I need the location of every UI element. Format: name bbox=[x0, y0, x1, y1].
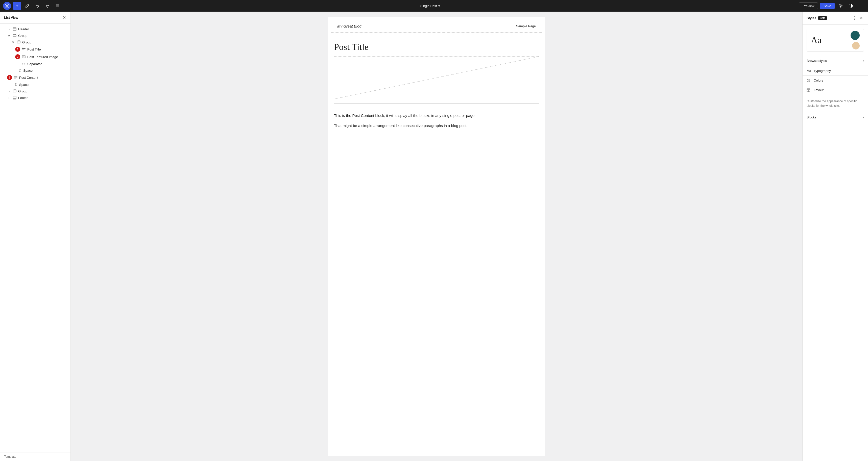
toggle-icon: ∨ bbox=[11, 40, 15, 44]
tree-item-group3[interactable]: › Group bbox=[0, 88, 70, 94]
template-name-center: Single Post ▾ bbox=[64, 2, 797, 9]
browse-styles-label: Browse styles bbox=[807, 59, 827, 63]
toggle-icon: › bbox=[7, 89, 11, 93]
tree-label-post-title: Post Title bbox=[27, 47, 41, 51]
save-button[interactable]: Save bbox=[820, 3, 835, 9]
svg-rect-4 bbox=[56, 6, 59, 7]
site-header-block[interactable]: My Great Blog Sample Page bbox=[331, 20, 542, 33]
spacer-toggle bbox=[11, 68, 16, 72]
separator-icon bbox=[22, 62, 26, 66]
svg-rect-3 bbox=[56, 5, 59, 6]
tree-label-spacer1: Spacer bbox=[23, 69, 34, 72]
more-options-icon[interactable]: ⋮ bbox=[851, 14, 858, 22]
spacer-icon bbox=[13, 83, 18, 87]
chevron-down-icon: ▾ bbox=[438, 4, 440, 8]
tree-item-post-featured-image[interactable]: 2 Post Featured Image bbox=[0, 53, 70, 61]
tree-item-post-content[interactable]: 3 Post Content bbox=[0, 74, 70, 81]
browse-styles-row[interactable]: Browse styles › bbox=[803, 56, 868, 66]
group-icon bbox=[12, 89, 17, 93]
svg-rect-28 bbox=[13, 90, 16, 90]
layout-section[interactable]: Layout bbox=[803, 85, 868, 95]
style-description: Customize the appearance of specific blo… bbox=[803, 95, 868, 112]
close-styles-button[interactable]: ✕ bbox=[859, 14, 864, 22]
post-content-icon bbox=[13, 75, 18, 79]
tree-item-footer[interactable]: › Footer bbox=[0, 94, 70, 101]
svg-rect-9 bbox=[13, 35, 16, 37]
preview-button[interactable]: Preview bbox=[799, 2, 818, 9]
template-label: Template bbox=[4, 455, 17, 459]
site-nav: Sample Page bbox=[516, 24, 536, 28]
list-view-sidebar: List View ✕ › Header ∨ Group bbox=[0, 11, 71, 461]
undo-button[interactable] bbox=[33, 2, 41, 10]
list-view-button[interactable] bbox=[54, 2, 62, 10]
svg-rect-27 bbox=[13, 90, 16, 92]
colors-label: Colors bbox=[814, 78, 823, 82]
swatch-peach bbox=[852, 42, 860, 50]
blocks-row[interactable]: Blocks › bbox=[803, 112, 868, 122]
featured-image-placeholder bbox=[334, 56, 539, 99]
group-icon bbox=[12, 34, 17, 38]
edit-button[interactable] bbox=[23, 2, 31, 10]
chevron-right-icon: › bbox=[863, 59, 864, 63]
tree-label-group1: Group bbox=[18, 34, 27, 38]
post-content-text-2: That might be a simple arrangement like … bbox=[334, 123, 539, 129]
tree-item-group1[interactable]: ∨ Group bbox=[0, 32, 70, 39]
block-icon bbox=[12, 96, 17, 100]
styles-tabs: Styles Beta bbox=[807, 16, 827, 20]
topbar-right: Preview Save ⋮ bbox=[799, 2, 865, 10]
svg-rect-12 bbox=[18, 41, 20, 41]
post-content-block[interactable]: This is the Post Content block, it will … bbox=[328, 112, 545, 129]
svg-rect-7 bbox=[13, 28, 16, 31]
toggle-icon: › bbox=[7, 96, 11, 100]
editor-canvas: My Great Blog Sample Page Post Title Thi… bbox=[71, 11, 802, 461]
badge-3: 3 bbox=[7, 75, 12, 80]
template-name-button[interactable]: Single Post ▾ bbox=[418, 2, 443, 9]
post-title-icon bbox=[22, 47, 26, 51]
tree-label-spacer2: Spacer bbox=[19, 83, 30, 87]
block-icon bbox=[12, 27, 17, 31]
close-sidebar-button[interactable]: ✕ bbox=[62, 14, 66, 21]
toggle-icon: › bbox=[7, 27, 11, 31]
tree-label-post-featured-image: Post Featured Image bbox=[27, 55, 58, 59]
tree-item-spacer1[interactable]: Spacer bbox=[0, 67, 70, 74]
svg-point-17 bbox=[23, 56, 24, 57]
svg-text:W: W bbox=[6, 5, 8, 7]
svg-rect-2 bbox=[56, 4, 59, 5]
svg-rect-10 bbox=[13, 34, 16, 35]
more-options-button[interactable]: ⋮ bbox=[857, 2, 865, 10]
svg-rect-11 bbox=[17, 41, 20, 43]
spacer-block-1 bbox=[328, 107, 545, 112]
wp-logo: W bbox=[3, 2, 11, 10]
typography-section[interactable]: Aa Typography bbox=[803, 66, 868, 76]
colors-section[interactable]: Colors bbox=[803, 76, 868, 85]
tree-label-separator: Separator bbox=[27, 62, 42, 66]
tree-item-header[interactable]: › Header bbox=[0, 26, 70, 32]
tree-label-footer: Footer bbox=[18, 96, 28, 100]
style-preview: Aa bbox=[807, 29, 864, 52]
badge-1: 1 bbox=[15, 47, 20, 52]
tree-item-group2[interactable]: ∨ Group bbox=[0, 39, 70, 45]
sidebar-right-actions: ⋮ ✕ bbox=[851, 14, 864, 22]
beta-badge: Beta bbox=[818, 16, 827, 20]
colors-icon bbox=[807, 79, 811, 82]
post-title-block[interactable]: Post Title bbox=[328, 36, 545, 56]
post-content-text-1: This is the Post Content block, it will … bbox=[334, 112, 539, 119]
main-layout: List View ✕ › Header ∨ Group bbox=[0, 11, 868, 461]
tree-item-post-title[interactable]: 1 Post Title bbox=[0, 45, 70, 53]
settings-button[interactable] bbox=[837, 2, 845, 10]
site-logo: My Great Blog bbox=[337, 24, 362, 28]
dark-mode-button[interactable] bbox=[847, 2, 855, 10]
layout-icon bbox=[807, 88, 811, 92]
styles-sidebar-header: Styles Beta ⋮ ✕ bbox=[803, 11, 868, 25]
featured-image-block[interactable] bbox=[334, 56, 539, 99]
spacer-toggle bbox=[7, 83, 12, 87]
redo-button[interactable] bbox=[43, 2, 52, 10]
add-block-button[interactable]: + bbox=[13, 2, 21, 10]
tree-item-separator[interactable]: Separator bbox=[0, 61, 70, 67]
svg-rect-29 bbox=[13, 96, 16, 99]
typography-label: Typography bbox=[814, 69, 831, 73]
tree-item-spacer2[interactable]: Spacer bbox=[0, 81, 70, 88]
swatch-teal bbox=[850, 31, 860, 40]
svg-point-5 bbox=[840, 5, 841, 6]
preview-aa: Aa bbox=[811, 35, 822, 45]
